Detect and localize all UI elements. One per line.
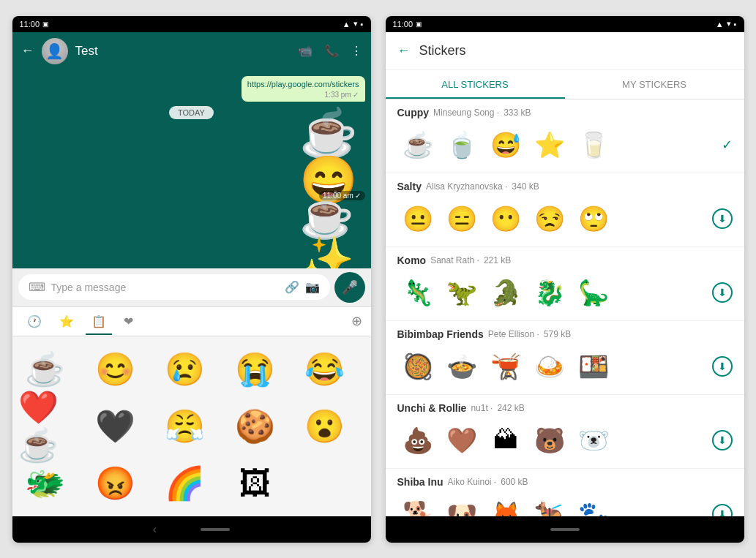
pack-sticker-sh4[interactable]: 🐕‍🦺 — [529, 494, 570, 516]
pack-action-salty: ⬇ — [712, 208, 733, 229]
pack-sticker-k3[interactable]: 🐊 — [485, 272, 526, 313]
left-nav-bar: ‹ — [12, 516, 371, 543]
right-nav-home-indicator[interactable] — [550, 528, 580, 531]
download-button-bibimbap[interactable]: ⬇ — [712, 356, 733, 377]
left-phone: 11:00 ▣ ▲ ▾ ▪ ← 👤 Test 📹 📞 ⋮ — [12, 16, 371, 543]
pack-sticker-sh1[interactable]: 🐕 — [397, 494, 438, 516]
sticker-cell-7[interactable]: 🖤 — [88, 399, 142, 453]
pack-sticker-s3[interactable]: 😶 — [485, 198, 526, 239]
tab-all-stickers[interactable]: ALL STICKERS — [386, 70, 565, 99]
video-call-icon[interactable]: 📹 — [298, 44, 312, 58]
sticker-back-button[interactable]: ← — [397, 43, 411, 59]
chat-content: https://play.google.com/stickers 1:33 pm… — [18, 76, 365, 263]
add-sticker-tab[interactable]: ⊕ — [351, 313, 362, 329]
sticker-cell-4[interactable]: 😭 — [228, 342, 282, 396]
download-button-unchi[interactable]: ⬇ — [712, 430, 733, 450]
pack-sticker-sh2[interactable]: 🐶 — [441, 494, 482, 516]
pack-sticker-sh5[interactable]: 🐾 — [573, 494, 614, 516]
sticker-cell-2[interactable]: 😊 — [88, 342, 142, 396]
pack-action-unchi: ⬇ — [712, 430, 733, 450]
pack-size-salty: 340 kB — [512, 181, 539, 192]
tab-stickers[interactable]: 📋 — [86, 309, 112, 334]
right-nav-bar — [386, 516, 744, 543]
camera-icon[interactable]: 📷 — [305, 280, 320, 294]
sticker-cell-12[interactable]: 😡 — [88, 456, 142, 510]
pack-sticker-s5[interactable]: 🙄 — [573, 198, 614, 239]
pack-size-shiba: 600 kB — [501, 477, 528, 487]
mic-button[interactable]: 🎤 — [334, 272, 365, 303]
sticker-cell-10[interactable]: 😮 — [298, 399, 352, 453]
sticker-list-content: Cuppy Minseung Song · 333 kB ☕ 🍵 😅 ⭐ 🥛 ✓ — [386, 99, 744, 516]
pack-sticker-c2[interactable]: 🍵 — [441, 124, 482, 165]
sticker-cell-8[interactable]: 😤 — [158, 399, 212, 453]
pack-sticker-b5[interactable]: 🍱 — [573, 346, 614, 387]
contact-avatar: 👤 — [42, 38, 68, 64]
pack-sticker-k1[interactable]: 🦎 — [397, 272, 438, 313]
status-icons-right: ▲ ▾ ▪ — [716, 19, 737, 29]
pack-sticker-c3[interactable]: 😅 — [485, 124, 526, 165]
menu-icon[interactable]: ⋮ — [351, 44, 362, 58]
nav-home-indicator[interactable] — [201, 528, 230, 531]
pack-header-salty: Salty Alisa Kryzhanovska · 340 kB — [397, 181, 733, 192]
tab-recent[interactable]: 🕐 — [21, 309, 48, 334]
pack-sticker-c5[interactable]: 🥛 — [573, 124, 614, 165]
pack-sticker-s2[interactable]: 😑 — [441, 198, 482, 239]
pack-sticker-s4[interactable]: 😒 — [529, 198, 570, 239]
tab-my-stickers[interactable]: MY STICKERS — [565, 70, 744, 99]
nav-back-icon[interactable]: ‹ — [153, 523, 157, 536]
call-icon[interactable]: 📞 — [324, 44, 339, 58]
input-placeholder[interactable]: Type a message — [51, 282, 279, 293]
message-input-field[interactable]: ⌨ Type a message 🔗 📷 — [18, 274, 330, 300]
pack-name-komo: Komo — [397, 255, 427, 266]
download-button-komo[interactable]: ⬇ — [712, 282, 733, 303]
sticker-cell-14[interactable]: 🖼 — [228, 456, 282, 510]
pack-sticker-u5[interactable]: 🐻‍❄️ — [573, 420, 614, 461]
status-icons-left: ▲ ▾ ▪ — [343, 19, 364, 29]
tab-heart[interactable]: ❤ — [118, 309, 139, 334]
pack-sticker-c4[interactable]: ⭐ — [529, 124, 570, 165]
sticker-cell-9[interactable]: 🍪 — [228, 399, 282, 453]
wifi-icon-right: ▾ — [727, 19, 731, 29]
download-button-shiba[interactable]: ⬇ — [712, 504, 733, 516]
download-button-salty[interactable]: ⬇ — [712, 208, 733, 229]
sticker-list-header: ← Stickers — [386, 32, 744, 70]
pack-sticker-u1[interactable]: 💩 — [397, 420, 438, 461]
sticker-list-title: Stickers — [419, 43, 466, 59]
pack-sticker-k2[interactable]: 🦖 — [441, 272, 482, 313]
pack-sticker-u3[interactable]: 🏔 — [485, 420, 526, 461]
pack-sticker-u2[interactable]: 🤎 — [441, 420, 482, 461]
pack-header-komo: Komo Sanat Rath · 221 kB — [397, 255, 733, 266]
sticker-cell-5[interactable]: 😂 — [298, 342, 352, 396]
pack-sticker-u4[interactable]: 🐻 — [529, 420, 570, 461]
pack-sticker-b2[interactable]: 🍲 — [441, 346, 482, 387]
pack-row-cuppy: Cuppy Minseung Song · 333 kB ☕ 🍵 😅 ⭐ 🥛 ✓ — [386, 99, 744, 173]
sticker-grid: ☕ 😊 😢 😭 😂 ❤️☕ 🖤 😤 🍪 😮 🐲 😡 🌈 🖼 — [12, 336, 371, 516]
pack-sticker-b1[interactable]: 🥘 — [397, 346, 438, 387]
pack-size-komo: 221 kB — [484, 255, 511, 265]
back-button[interactable]: ← — [21, 43, 34, 59]
pack-action-shiba: ⬇ — [712, 504, 733, 516]
sticker-cell-11[interactable]: 🐲 — [18, 456, 72, 510]
sticker-emoji-1: ☕😄 — [299, 110, 365, 203]
pack-sticker-b4[interactable]: 🍛 — [529, 346, 570, 387]
pack-name-salty: Salty — [397, 181, 422, 192]
pack-action-bibimbap: ⬇ — [712, 356, 733, 377]
attach-icon[interactable]: 🔗 — [285, 280, 299, 294]
pack-sticker-s1[interactable]: 😐 — [397, 198, 438, 239]
sticker-cell-3[interactable]: 😢 — [158, 342, 212, 396]
chat-area: https://play.google.com/stickers 1:33 pm… — [12, 70, 371, 268]
sticker-cell-6[interactable]: ❤️☕ — [18, 399, 72, 453]
pack-sticker-c1[interactable]: ☕ — [397, 124, 438, 165]
pack-sticker-sh3[interactable]: 🦊 — [485, 494, 526, 516]
pack-row-komo: Komo Sanat Rath · 221 kB 🦎 🦖 🐊 🐉 🦕 ⬇ — [386, 247, 744, 321]
pack-stickers-unchi: 💩 🤎 🏔 🐻 🐻‍❄️ ⬇ — [397, 420, 733, 461]
tab-favorites[interactable]: ⭐ — [53, 309, 80, 334]
pack-sticker-k5[interactable]: 🦕 — [573, 272, 614, 313]
sticker-image-2: ☕✨ — [299, 205, 365, 268]
keyboard-icon[interactable]: ⌨ — [29, 280, 45, 294]
status-time-left: 11:00 ▣ — [20, 20, 50, 29]
message-time: 1:33 pm ✓ — [247, 91, 359, 99]
pack-sticker-b3[interactable]: 🫕 — [485, 346, 526, 387]
sticker-cell-13[interactable]: 🌈 — [158, 456, 212, 510]
pack-sticker-k4[interactable]: 🐉 — [529, 272, 570, 313]
